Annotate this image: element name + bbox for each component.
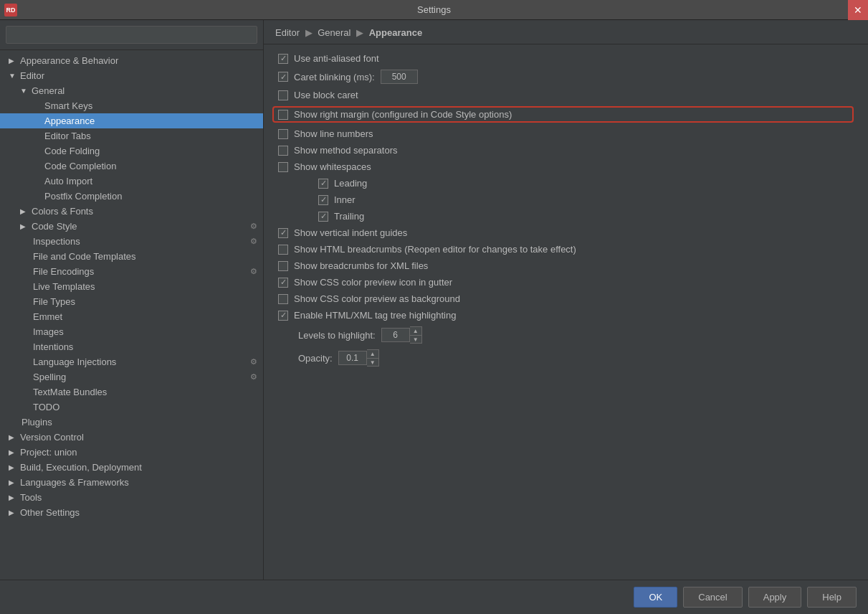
sidebar-item-build-execution[interactable]: ▶ Build, Execution, Deployment (0, 460, 263, 475)
sidebar-item-code-style[interactable]: ▶ Code Style⚙ (0, 219, 263, 234)
close-button[interactable]: ✕ (848, 0, 868, 20)
sidebar-item-colors-fonts[interactable]: ▶ Colors & Fonts (0, 204, 263, 219)
checkbox-vertical-indent[interactable] (278, 228, 288, 238)
sidebar-item-version-control[interactable]: ▶ Version Control (0, 430, 263, 445)
sidebar-item-images[interactable]: Images (0, 324, 263, 339)
sidebar-label-colors-fonts: Colors & Fonts (32, 206, 93, 217)
checkbox-trailing[interactable] (318, 212, 328, 222)
tree-arrow-appearance-behavior: ▶ (9, 57, 17, 65)
sidebar-item-emmet[interactable]: Emmet (0, 309, 263, 324)
ok-button[interactable]: OK (634, 587, 677, 608)
sidebar-item-intentions[interactable]: Intentions (0, 339, 263, 354)
checkbox-css-color-icon[interactable] (278, 278, 288, 288)
setting-caret-blinking: Caret blinking (ms): (278, 70, 854, 84)
label-whitespaces: Show whitespaces (294, 161, 371, 172)
sidebar-label-plugins: Plugins (22, 417, 52, 428)
sidebar-item-code-completion[interactable]: Code Completion (0, 159, 263, 174)
sidebar-label-spelling: Spelling (33, 372, 66, 382)
breadcrumb-general: General (318, 27, 350, 38)
sidebar-item-live-templates[interactable]: Live Templates (0, 279, 263, 294)
sidebar-item-appearance-behavior[interactable]: ▶ Appearance & Behavior (0, 53, 263, 68)
sidebar-item-project-union[interactable]: ▶ Project: union (0, 445, 263, 460)
label-css-color-bg: Show CSS color preview as background (294, 293, 460, 304)
sidebar-item-general[interactable]: ▼ General (0, 83, 263, 98)
sidebar-label-project-union: Project: union (20, 447, 77, 458)
sidebar-item-file-code-templates[interactable]: File and Code Templates (0, 249, 263, 264)
label-caret-blinking: Caret blinking (ms): (294, 72, 375, 82)
checkbox-whitespaces[interactable] (278, 162, 288, 172)
sidebar-item-todo[interactable]: TODO (0, 400, 263, 415)
sidebar-label-editor: Editor (20, 70, 44, 81)
breadcrumb-editor: Editor (275, 27, 300, 38)
checkbox-html-breadcrumbs[interactable] (278, 245, 288, 255)
sidebar-item-language-injections[interactable]: Language Injections⚙ (0, 354, 263, 369)
sidebar-item-spelling[interactable]: Spelling⚙ (0, 369, 263, 384)
setting-vertical-indent: Show vertical indent guides (278, 227, 854, 238)
tree-arrow-tools: ▶ (9, 493, 17, 501)
checkbox-xml-breadcrumbs[interactable] (278, 261, 288, 271)
sidebar-item-languages-frameworks[interactable]: ▶ Languages & Frameworks (0, 475, 263, 490)
sidebar-item-plugins[interactable]: Plugins (0, 415, 263, 430)
caret-blinking-input[interactable] (381, 70, 418, 84)
sidebar-label-emmet: Emmet (33, 311, 62, 322)
checkbox-inner[interactable] (318, 195, 328, 205)
label-inner: Inner (334, 194, 356, 205)
levels-spinner: ▲ ▼ (381, 326, 422, 344)
cancel-button[interactable]: Cancel (683, 587, 742, 608)
label-opacity: Opacity: (298, 353, 333, 364)
opacity-spinner-btns: ▲ ▼ (367, 349, 379, 367)
checkbox-css-color-bg[interactable] (278, 294, 288, 304)
search-input[interactable] (6, 26, 257, 44)
checkbox-leading[interactable] (318, 179, 328, 189)
tree-arrow-colors-fonts: ▶ (20, 207, 29, 215)
sidebar-item-editor[interactable]: ▼ Editor (0, 68, 263, 83)
tree-arrow-project-union: ▶ (9, 448, 17, 456)
sidebar-item-textmate-bundles[interactable]: TextMate Bundles (0, 384, 263, 400)
setting-leading: Leading (318, 178, 854, 189)
opacity-down-button[interactable]: ▼ (367, 358, 378, 366)
bottom-bar: OK Cancel Apply Help (0, 580, 868, 614)
sidebar-label-code-style: Code Style (32, 221, 77, 232)
apply-button[interactable]: Apply (748, 587, 802, 608)
opacity-up-button[interactable]: ▲ (367, 350, 378, 358)
sidebar-label-intentions: Intentions (33, 341, 73, 352)
levels-down-button[interactable]: ▼ (410, 335, 421, 343)
setting-html-tag-tree: Enable HTML/XML tag tree highlighting (278, 310, 854, 321)
sidebar-label-textmate-bundles: TextMate Bundles (33, 387, 107, 397)
sidebar-item-code-folding[interactable]: Code Folding (0, 143, 263, 159)
right-panel: Editor ▶ General ▶ Appearance Use anti-a… (264, 20, 868, 580)
sidebar-label-inspections: Inspections (33, 236, 80, 247)
sidebar-item-editor-tabs[interactable]: Editor Tabs (0, 128, 263, 143)
checkbox-anti-aliased[interactable] (278, 54, 288, 64)
checkbox-caret-blinking[interactable] (278, 72, 288, 82)
setting-block-caret: Use block caret (278, 90, 854, 100)
sidebar-item-smart-keys[interactable]: Smart Keys (0, 98, 263, 113)
opacity-input[interactable] (338, 351, 367, 365)
sidebar-item-auto-import[interactable]: Auto Import (0, 174, 263, 189)
sidebar-item-file-types[interactable]: File Types (0, 294, 263, 309)
checkbox-right-margin[interactable] (278, 110, 288, 120)
sidebar-item-file-encodings[interactable]: File Encodings⚙ (0, 264, 263, 279)
sidebar-item-other-settings[interactable]: ▶ Other Settings (0, 505, 263, 520)
title-bar: RD Settings ✕ (0, 0, 868, 20)
label-xml-breadcrumbs: Show breadcrumbs for XML files (294, 260, 428, 271)
checkbox-block-caret[interactable] (278, 90, 288, 100)
checkbox-line-numbers[interactable] (278, 129, 288, 139)
sidebar-item-appearance[interactable]: Appearance (0, 113, 263, 128)
setting-css-color-icon: Show CSS color preview icon in gutter (278, 277, 854, 288)
sidebar-item-inspections[interactable]: Inspections⚙ (0, 234, 263, 249)
help-button[interactable]: Help (807, 587, 857, 608)
setting-opacity: Opacity: ▲ ▼ (298, 349, 854, 367)
levels-up-button[interactable]: ▲ (410, 327, 421, 335)
setting-inner: Inner (318, 194, 854, 205)
setting-xml-breadcrumbs: Show breadcrumbs for XML files (278, 260, 854, 271)
sidebar-item-postfix-completion[interactable]: Postfix Completion (0, 189, 263, 204)
checkbox-method-separators[interactable] (278, 146, 288, 156)
checkbox-html-tag-tree[interactable] (278, 311, 288, 321)
breadcrumb: Editor ▶ General ▶ Appearance (264, 20, 868, 44)
setting-line-numbers: Show line numbers (278, 128, 854, 139)
levels-input[interactable] (381, 328, 410, 342)
sidebar-label-appearance-behavior: Appearance & Behavior (20, 55, 118, 66)
tree-arrow-build-execution: ▶ (9, 463, 17, 471)
sidebar-item-tools[interactable]: ▶ Tools (0, 490, 263, 505)
